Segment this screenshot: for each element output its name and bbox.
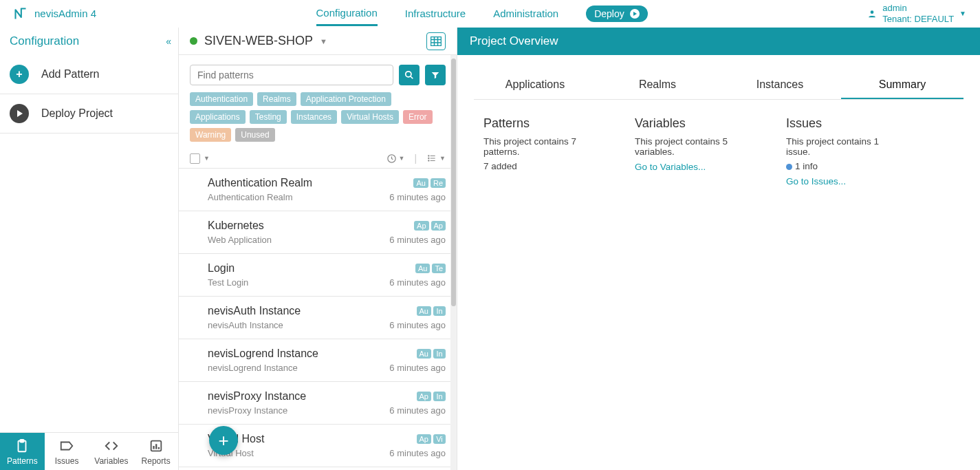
select-all-checkbox[interactable] xyxy=(190,153,200,164)
chip-warning[interactable]: Warning xyxy=(190,128,231,142)
nav-administration[interactable]: Administration xyxy=(493,2,558,25)
goto-variables-link[interactable]: Go to Variables... xyxy=(635,162,706,172)
chip-instances[interactable]: Instances xyxy=(291,110,337,124)
grid-view-button[interactable] xyxy=(426,32,446,50)
overview-header: Project Overview xyxy=(457,28,980,55)
chip-realms[interactable]: Realms xyxy=(257,92,296,106)
pattern-type: Authentication Realm xyxy=(208,192,293,202)
overview-panel: Project Overview Applications Realms Ins… xyxy=(457,28,980,470)
pattern-type: Test Login xyxy=(208,277,248,288)
search-input[interactable] xyxy=(190,65,393,85)
card-body: This project contains 7 patterns. xyxy=(483,136,594,157)
pattern-type: nevisProxy Instance xyxy=(208,405,287,416)
svg-point-0 xyxy=(871,10,874,14)
clipboard-icon xyxy=(14,438,30,453)
pattern-name: Authentication Realm xyxy=(208,177,312,189)
pattern-row[interactable]: Authentication RealmAuReAuthentication R… xyxy=(179,169,457,211)
tag: Au xyxy=(417,349,431,359)
pattern-type: Web Application xyxy=(208,235,272,245)
search-button[interactable] xyxy=(399,65,420,85)
card-title: Issues xyxy=(786,116,896,131)
chip-unused[interactable]: Unused xyxy=(235,128,274,142)
tag-icon xyxy=(59,438,74,453)
pattern-tags: ApAp xyxy=(414,221,446,231)
tab-variables[interactable]: Variables xyxy=(89,433,134,470)
card-title: Variables xyxy=(635,116,745,131)
deploy-project-action[interactable]: Deploy Project xyxy=(0,94,178,133)
deploy-project-label: Deploy Project xyxy=(41,107,113,120)
svg-point-12 xyxy=(428,160,429,161)
tab-patterns[interactable]: Patterns xyxy=(0,433,45,470)
deploy-button[interactable]: Deploy xyxy=(586,6,648,22)
svg-rect-2 xyxy=(21,440,25,442)
caret-down-icon: ▼ xyxy=(320,37,327,45)
summary-issues: Issues This project contains 1 issue. 1 … xyxy=(786,116,896,186)
issue-info: 1 info xyxy=(786,161,896,171)
clock-icon xyxy=(386,153,397,164)
chip-testing[interactable]: Testing xyxy=(250,110,287,124)
tag: Au xyxy=(413,178,428,188)
tab-realms[interactable]: Realms xyxy=(596,72,719,99)
info-dot-icon xyxy=(786,164,792,170)
nav-configuration[interactable]: Configuration xyxy=(316,1,378,26)
tab-instances[interactable]: Instances xyxy=(719,72,841,99)
pattern-name: nevisLogrend Instance xyxy=(208,348,318,360)
pattern-tags: AuRe xyxy=(413,178,446,188)
tab-summary[interactable]: Summary xyxy=(841,72,963,99)
chip-application-protection[interactable]: Application Protection xyxy=(301,92,391,106)
goto-issues-link[interactable]: Go to Issues... xyxy=(786,176,846,186)
card-sub: 7 added xyxy=(483,161,594,171)
tab-issues[interactable]: Issues xyxy=(45,433,89,470)
sort-time-button[interactable]: ▼ xyxy=(386,153,405,164)
tag: Re xyxy=(431,178,446,188)
pattern-time: 6 minutes ago xyxy=(389,235,446,245)
chip-authentication[interactable]: Authentication xyxy=(190,92,253,106)
tab-applications[interactable]: Applications xyxy=(474,72,596,99)
chip-virtual-hosts[interactable]: Virtual Hosts xyxy=(341,110,399,124)
caret-down-icon[interactable]: ▼ xyxy=(204,155,210,162)
filter-button[interactable] xyxy=(425,65,446,85)
grid-icon xyxy=(431,36,442,46)
project-name: SIVEN-WEB-SHOP xyxy=(204,34,313,48)
project-selector[interactable]: SIVEN-WEB-SHOP ▼ xyxy=(190,34,327,48)
summary-variables: Variables This project contains 5 variab… xyxy=(635,116,745,186)
chip-error[interactable]: Error xyxy=(403,110,433,124)
chip-applications[interactable]: Applications xyxy=(190,110,246,124)
code-icon xyxy=(104,438,119,453)
filter-chips: AuthenticationRealmsApplication Protecti… xyxy=(179,92,457,149)
svg-rect-7 xyxy=(431,36,442,45)
tag: Ap xyxy=(417,392,431,401)
pattern-row[interactable]: nevisProxy InstanceApInnevisProxy Instan… xyxy=(179,382,457,425)
svg-rect-6 xyxy=(157,447,159,449)
pattern-type: nevisLogrend Instance xyxy=(208,363,298,373)
brand: nevisAdmin 4 xyxy=(14,7,96,21)
fab-add-button[interactable]: + xyxy=(209,426,238,455)
view-list-button[interactable]: ▼ xyxy=(426,153,446,163)
scrollbar[interactable] xyxy=(450,55,457,470)
collapse-icon[interactable]: « xyxy=(166,36,168,47)
list-toolbar: ▼ ▼ | ▼ xyxy=(179,149,457,169)
plus-icon: + xyxy=(10,65,29,84)
user-tenant: Tenant: DEFAULT xyxy=(882,14,954,25)
list-icon xyxy=(426,153,437,163)
pattern-time: 6 minutes ago xyxy=(389,277,446,288)
tab-reports[interactable]: Reports xyxy=(133,433,178,470)
pattern-row[interactable]: nevisLogrend InstanceAuInnevisLogrend In… xyxy=(179,339,457,382)
add-pattern-label: Add Pattern xyxy=(41,68,100,81)
pattern-row[interactable]: LoginAuTeTest Login6 minutes ago xyxy=(179,254,457,297)
search-icon xyxy=(404,70,414,80)
tag: In xyxy=(433,349,446,359)
deploy-label: Deploy xyxy=(594,8,624,19)
logo-icon xyxy=(14,7,28,21)
add-pattern-action[interactable]: + Add Pattern xyxy=(0,55,178,94)
tag: Te xyxy=(432,264,446,273)
sidebar: Configuration « + Add Pattern Deploy Pro… xyxy=(0,28,179,470)
user-menu[interactable]: admin Tenant: DEFAULT ▼ xyxy=(867,3,966,24)
user-name: admin xyxy=(882,3,954,14)
pattern-row[interactable]: KubernetesApApWeb Application6 minutes a… xyxy=(179,211,457,254)
nav-infrastructure[interactable]: Infrastructure xyxy=(405,2,466,25)
filter-icon xyxy=(431,70,440,80)
pattern-row[interactable]: nevisAuth InstanceAuInnevisAuth Instance… xyxy=(179,297,457,339)
pattern-list: Authentication RealmAuReAuthentication R… xyxy=(179,169,457,470)
tag: Au xyxy=(417,306,431,316)
